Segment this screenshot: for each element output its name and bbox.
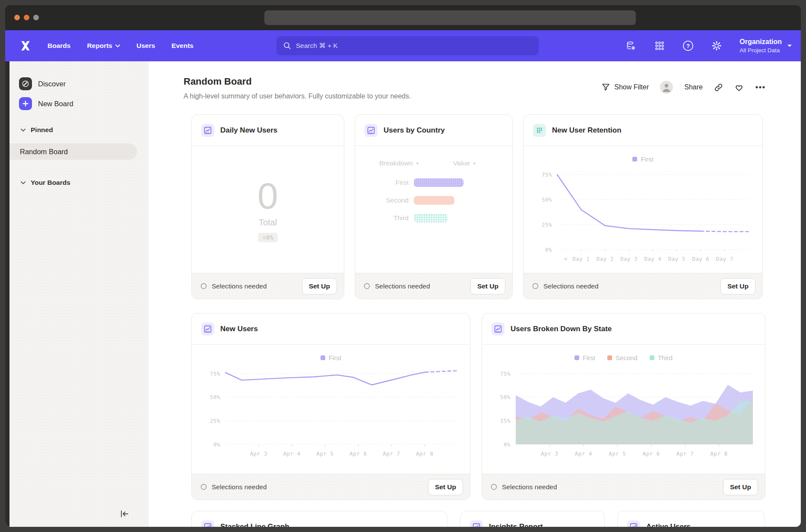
nav-menu: Boards Reports Users Events xyxy=(48,42,194,50)
card-stacked-line-graph[interactable]: Stacked Line Graph xyxy=(191,511,447,527)
chevron-down-icon xyxy=(21,129,25,132)
status-circle-icon xyxy=(200,283,207,289)
minimize-button[interactable] xyxy=(24,15,29,20)
svg-text:Apr 5: Apr 5 xyxy=(609,450,626,457)
status-text: Selections needed xyxy=(375,282,430,290)
set-up-button[interactable]: Set Up xyxy=(723,479,758,495)
metric-value: 0 xyxy=(257,177,278,214)
status-circle-icon xyxy=(200,484,207,490)
nav-item-reports[interactable]: Reports xyxy=(87,42,120,50)
sidebar-section-your-boards[interactable]: Your Boards xyxy=(21,179,70,187)
nav-item-boards[interactable]: Boards xyxy=(48,42,70,50)
set-up-button[interactable]: Set Up xyxy=(720,278,755,294)
svg-text:0%: 0% xyxy=(213,441,220,448)
caret-down-icon xyxy=(787,44,792,48)
search-icon xyxy=(283,42,291,50)
card-title: New Users xyxy=(220,325,258,333)
navbar-right: ? Organization All Project Data xyxy=(625,38,792,54)
board-grid: Daily New Users 0 Total ↑0% Selections n… xyxy=(191,61,765,527)
card-footer: Selections needed Set Up xyxy=(192,273,344,299)
svg-text:Day 5: Day 5 xyxy=(668,256,685,262)
svg-text:Day 7: Day 7 xyxy=(716,256,733,262)
caret-down-icon: ▾ xyxy=(473,161,476,166)
mixpanel-logo[interactable] xyxy=(20,40,31,51)
breakdown-dropdown[interactable]: Breakdown▾ xyxy=(379,159,419,167)
set-up-button[interactable]: Set Up xyxy=(470,278,505,294)
browser-window: Boards Reports Users Events Search ⌘ + K xyxy=(5,5,801,527)
sidebar-item-new-board[interactable]: New Board xyxy=(10,97,149,111)
settings-gear-icon[interactable] xyxy=(711,40,722,51)
state-area-chart: 75%50%25%0%Apr 3Apr 4Apr 5Apr 6Apr 7Apr … xyxy=(482,345,765,474)
svg-text:50%: 50% xyxy=(210,394,220,400)
card-footer: Selections needed Set Up xyxy=(482,474,765,500)
svg-text:Apr 6: Apr 6 xyxy=(349,450,367,457)
sidebar-item-random-board[interactable]: Random Board xyxy=(10,143,137,160)
svg-text:Day 6: Day 6 xyxy=(692,256,709,262)
set-up-button[interactable]: Set Up xyxy=(302,278,337,294)
svg-text:25%: 25% xyxy=(542,222,552,228)
svg-text:Day 2: Day 2 xyxy=(597,256,614,262)
card-new-user-retention[interactable]: New User Retention First 75%50%25%0%Day … xyxy=(523,114,763,299)
line-chart-icon xyxy=(627,520,640,527)
svg-text:25%: 25% xyxy=(210,418,220,424)
collapse-sidebar-button[interactable] xyxy=(119,510,130,520)
status-circle-icon xyxy=(364,283,370,289)
card-title: New User Retention xyxy=(552,126,622,135)
set-up-button[interactable]: Set Up xyxy=(428,479,463,495)
country-bar-row: First xyxy=(355,178,512,187)
svg-text:<: < xyxy=(564,256,568,262)
svg-text:Apr 4: Apr 4 xyxy=(575,450,592,457)
svg-text:Apr 5: Apr 5 xyxy=(317,450,334,457)
card-new-users[interactable]: New Users First 75%50%25%0%Apr 3Apr 4Apr… xyxy=(191,313,470,500)
new-users-line-chart: 75%50%25%0%Apr 3Apr 4Apr 5Apr 6Apr 7Apr … xyxy=(192,345,470,474)
card-title: Insights Report xyxy=(489,522,543,527)
main-content: Random Board A high-level summary of use… xyxy=(149,61,801,527)
card-active-users[interactable]: Active Users xyxy=(617,511,765,527)
card-footer: Selections needed Set Up xyxy=(524,273,762,299)
svg-text:75%: 75% xyxy=(542,171,552,178)
help-icon[interactable]: ? xyxy=(682,40,694,51)
retention-grid-icon xyxy=(533,124,546,137)
country-bar-row: Second xyxy=(355,196,512,205)
svg-text:Day 4: Day 4 xyxy=(644,256,661,262)
line-chart-icon xyxy=(201,124,214,137)
search-input[interactable]: Search ⌘ + K xyxy=(276,36,539,55)
svg-text:0%: 0% xyxy=(545,247,552,253)
search-placeholder: Search ⌘ + K xyxy=(296,42,338,50)
svg-text:Apr 7: Apr 7 xyxy=(383,450,400,457)
org-selector[interactable]: Organization All Project Data xyxy=(739,38,792,54)
nav-item-events[interactable]: Events xyxy=(171,42,194,50)
card-users-by-state[interactable]: Users Broken Down By State FirstSecondTh… xyxy=(482,313,765,500)
close-button[interactable] xyxy=(14,15,20,20)
sidebar-item-discover[interactable]: Discover xyxy=(10,77,149,91)
svg-text:Apr 8: Apr 8 xyxy=(416,450,433,457)
value-dropdown[interactable]: Value▾ xyxy=(453,159,476,167)
svg-text:Apr 6: Apr 6 xyxy=(643,450,660,457)
svg-text:Apr 8: Apr 8 xyxy=(711,450,728,457)
card-footer: Selections needed Set Up xyxy=(355,273,512,299)
sidebar: Discover New Board Pinned Random Board Y… xyxy=(10,61,149,527)
svg-text:75%: 75% xyxy=(500,370,511,377)
card-daily-new-users[interactable]: Daily New Users 0 Total ↑0% Selections n… xyxy=(191,114,344,299)
line-chart-icon xyxy=(365,124,378,137)
card-insights-report[interactable]: Insights Report xyxy=(460,511,605,527)
svg-text:75%: 75% xyxy=(210,370,220,377)
svg-text:25%: 25% xyxy=(500,418,511,424)
svg-text:50%: 50% xyxy=(500,394,511,400)
address-bar[interactable] xyxy=(264,10,636,25)
zoom-button[interactable] xyxy=(33,15,39,20)
card-footer: Selections needed Set Up xyxy=(192,474,470,500)
nav-item-users[interactable]: Users xyxy=(136,42,155,50)
status-text: Selections needed xyxy=(212,483,267,491)
metric-delta-badge: ↑0% xyxy=(258,233,278,242)
card-title: Stacked Line Graph xyxy=(220,522,289,527)
sidebar-section-pinned[interactable]: Pinned xyxy=(21,126,53,134)
status-text: Selections needed xyxy=(543,282,599,290)
card-users-by-country[interactable]: Users by Country Breakdown▾ Value▾ First… xyxy=(355,114,513,299)
window-edge xyxy=(5,61,10,527)
country-bar-list: FirstSecondThird xyxy=(355,178,512,222)
line-chart-icon xyxy=(201,520,214,527)
svg-text:Day 1: Day 1 xyxy=(572,256,590,262)
data-management-icon[interactable] xyxy=(625,40,637,51)
apps-grid-icon[interactable] xyxy=(654,40,665,51)
